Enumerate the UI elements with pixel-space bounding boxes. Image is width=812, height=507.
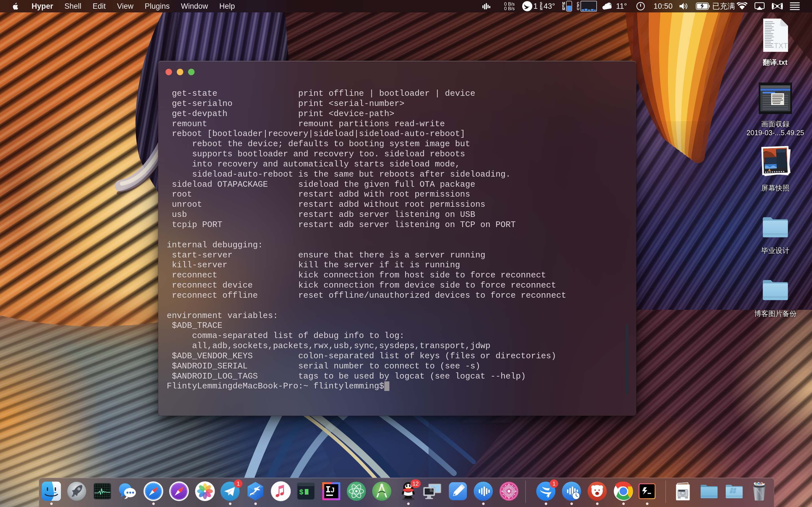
svg-text:$: $ (299, 488, 304, 497)
svg-text:TXT: TXT (774, 41, 788, 50)
svg-text:J: J (331, 486, 335, 494)
